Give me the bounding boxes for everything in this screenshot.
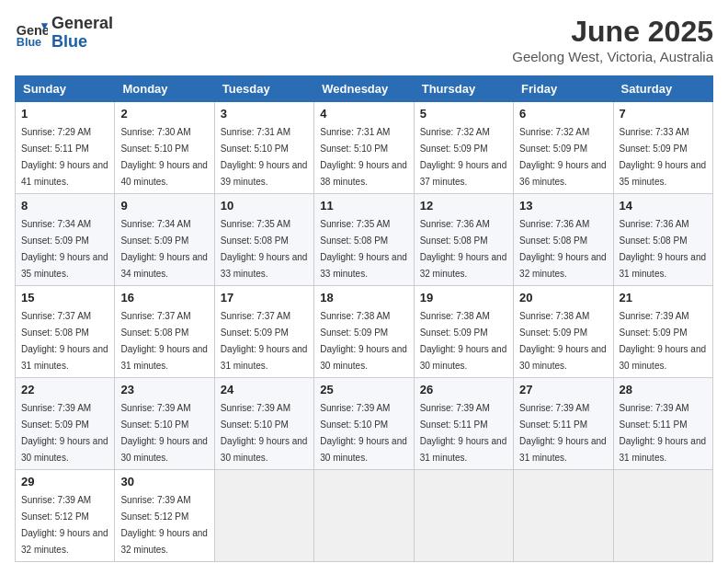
day-info: Sunrise: 7:37 AMSunset: 5:08 PMDaylight:… [21, 311, 108, 371]
day-number: 5 [420, 107, 507, 121]
table-cell: 21 Sunrise: 7:39 AMSunset: 5:09 PMDaylig… [613, 286, 712, 378]
table-cell: 4 Sunrise: 7:31 AMSunset: 5:10 PMDayligh… [314, 102, 414, 194]
day-info: Sunrise: 7:39 AMSunset: 5:09 PMDaylight:… [620, 311, 707, 371]
day-info: Sunrise: 7:32 AMSunset: 5:09 PMDaylight:… [519, 127, 607, 187]
day-info: Sunrise: 7:38 AMSunset: 5:09 PMDaylight:… [519, 311, 607, 371]
day-number: 27 [519, 383, 607, 396]
day-number: 10 [221, 199, 308, 213]
day-number: 29 [21, 475, 108, 488]
day-number: 11 [320, 199, 407, 213]
col-sunday: Sunday [16, 76, 115, 102]
day-number: 6 [519, 107, 607, 121]
table-cell [613, 470, 712, 562]
day-number: 30 [120, 475, 208, 488]
table-cell: 19 Sunrise: 7:38 AMSunset: 5:09 PMDaylig… [414, 286, 513, 378]
day-number: 19 [420, 291, 507, 304]
day-info: Sunrise: 7:30 AMSunset: 5:10 PMDaylight:… [120, 127, 208, 187]
col-tuesday: Tuesday [214, 76, 313, 102]
logo: General Blue General Blue [15, 15, 113, 52]
logo-text: General Blue [51, 15, 113, 52]
table-cell: 28 Sunrise: 7:39 AMSunset: 5:11 PMDaylig… [613, 378, 712, 470]
table-cell: 22 Sunrise: 7:39 AMSunset: 5:09 PMDaylig… [16, 378, 115, 470]
table-cell: 16 Sunrise: 7:37 AMSunset: 5:08 PMDaylig… [115, 286, 214, 378]
table-cell: 23 Sunrise: 7:39 AMSunset: 5:10 PMDaylig… [115, 378, 214, 470]
day-info: Sunrise: 7:34 AMSunset: 5:09 PMDaylight:… [21, 219, 108, 279]
day-info: Sunrise: 7:39 AMSunset: 5:10 PMDaylight:… [320, 403, 407, 463]
day-info: Sunrise: 7:38 AMSunset: 5:09 PMDaylight:… [420, 311, 507, 371]
day-info: Sunrise: 7:33 AMSunset: 5:09 PMDaylight:… [620, 127, 707, 187]
day-number: 2 [120, 107, 208, 121]
logo-icon: General Blue [15, 17, 48, 50]
table-cell: 11 Sunrise: 7:35 AMSunset: 5:08 PMDaylig… [314, 194, 414, 286]
day-number: 20 [519, 291, 607, 304]
day-info: Sunrise: 7:37 AMSunset: 5:08 PMDaylight:… [120, 311, 208, 371]
day-info: Sunrise: 7:36 AMSunset: 5:08 PMDaylight:… [420, 219, 507, 279]
calendar-header-row: Sunday Monday Tuesday Wednesday Thursday… [16, 76, 713, 102]
day-number: 26 [420, 383, 507, 396]
col-friday: Friday [514, 76, 613, 102]
table-cell: 7 Sunrise: 7:33 AMSunset: 5:09 PMDayligh… [613, 102, 712, 194]
table-cell: 15 Sunrise: 7:37 AMSunset: 5:08 PMDaylig… [16, 286, 115, 378]
day-number: 7 [620, 107, 707, 121]
day-number: 8 [21, 199, 108, 213]
table-cell: 25 Sunrise: 7:39 AMSunset: 5:10 PMDaylig… [314, 378, 414, 470]
day-info: Sunrise: 7:39 AMSunset: 5:11 PMDaylight:… [620, 403, 707, 463]
calendar-table: Sunday Monday Tuesday Wednesday Thursday… [15, 75, 713, 562]
day-number: 16 [120, 291, 208, 304]
day-info: Sunrise: 7:35 AMSunset: 5:08 PMDaylight:… [320, 219, 407, 279]
day-number: 24 [221, 383, 308, 396]
day-number: 21 [620, 291, 707, 304]
day-info: Sunrise: 7:39 AMSunset: 5:10 PMDaylight:… [221, 403, 308, 463]
table-cell: 2 Sunrise: 7:30 AMSunset: 5:10 PMDayligh… [115, 102, 214, 194]
col-monday: Monday [115, 76, 214, 102]
day-number: 3 [221, 107, 308, 121]
day-number: 9 [120, 199, 208, 213]
day-info: Sunrise: 7:39 AMSunset: 5:10 PMDaylight:… [120, 403, 208, 463]
day-info: Sunrise: 7:39 AMSunset: 5:11 PMDaylight:… [519, 403, 607, 463]
table-cell: 30 Sunrise: 7:39 AMSunset: 5:12 PMDaylig… [115, 470, 214, 562]
table-cell: 24 Sunrise: 7:39 AMSunset: 5:10 PMDaylig… [214, 378, 313, 470]
table-cell: 3 Sunrise: 7:31 AMSunset: 5:10 PMDayligh… [214, 102, 313, 194]
table-cell: 17 Sunrise: 7:37 AMSunset: 5:09 PMDaylig… [214, 286, 313, 378]
table-cell: 10 Sunrise: 7:35 AMSunset: 5:08 PMDaylig… [214, 194, 313, 286]
table-cell: 14 Sunrise: 7:36 AMSunset: 5:08 PMDaylig… [613, 194, 712, 286]
table-cell [414, 470, 513, 562]
day-info: Sunrise: 7:39 AMSunset: 5:11 PMDaylight:… [420, 403, 507, 463]
day-info: Sunrise: 7:39 AMSunset: 5:12 PMDaylight:… [21, 495, 108, 555]
table-cell: 13 Sunrise: 7:36 AMSunset: 5:08 PMDaylig… [514, 194, 613, 286]
table-cell [314, 470, 414, 562]
table-cell: 26 Sunrise: 7:39 AMSunset: 5:11 PMDaylig… [414, 378, 513, 470]
title-block: June 2025 Geelong West, Victoria, Austra… [512, 15, 713, 64]
day-number: 28 [620, 383, 707, 396]
day-info: Sunrise: 7:39 AMSunset: 5:12 PMDaylight:… [120, 495, 208, 555]
col-wednesday: Wednesday [314, 76, 414, 102]
day-info: Sunrise: 7:39 AMSunset: 5:09 PMDaylight:… [21, 403, 108, 463]
day-info: Sunrise: 7:36 AMSunset: 5:08 PMDaylight:… [519, 219, 607, 279]
day-number: 23 [120, 383, 208, 396]
table-cell: 27 Sunrise: 7:39 AMSunset: 5:11 PMDaylig… [514, 378, 613, 470]
table-cell [514, 470, 613, 562]
main-title: June 2025 [512, 15, 713, 49]
day-number: 12 [420, 199, 507, 213]
day-number: 13 [519, 199, 607, 213]
day-number: 4 [320, 107, 407, 121]
page-header: General Blue General Blue June 2025 Geel… [15, 15, 713, 64]
day-number: 25 [320, 383, 407, 396]
table-cell: 6 Sunrise: 7:32 AMSunset: 5:09 PMDayligh… [514, 102, 613, 194]
day-number: 15 [21, 291, 108, 304]
svg-text:Blue: Blue [17, 36, 41, 49]
day-number: 22 [21, 383, 108, 396]
day-info: Sunrise: 7:34 AMSunset: 5:09 PMDaylight:… [120, 219, 208, 279]
table-cell: 12 Sunrise: 7:36 AMSunset: 5:08 PMDaylig… [414, 194, 513, 286]
day-info: Sunrise: 7:31 AMSunset: 5:10 PMDaylight:… [320, 127, 407, 187]
day-info: Sunrise: 7:37 AMSunset: 5:09 PMDaylight:… [221, 311, 308, 371]
col-thursday: Thursday [414, 76, 513, 102]
table-cell: 29 Sunrise: 7:39 AMSunset: 5:12 PMDaylig… [16, 470, 115, 562]
table-cell: 20 Sunrise: 7:38 AMSunset: 5:09 PMDaylig… [514, 286, 613, 378]
day-number: 17 [221, 291, 308, 304]
day-info: Sunrise: 7:31 AMSunset: 5:10 PMDaylight:… [221, 127, 308, 187]
day-number: 14 [620, 199, 707, 213]
day-info: Sunrise: 7:29 AMSunset: 5:11 PMDaylight:… [21, 127, 108, 187]
day-info: Sunrise: 7:35 AMSunset: 5:08 PMDaylight:… [221, 219, 308, 279]
day-number: 18 [320, 291, 407, 304]
